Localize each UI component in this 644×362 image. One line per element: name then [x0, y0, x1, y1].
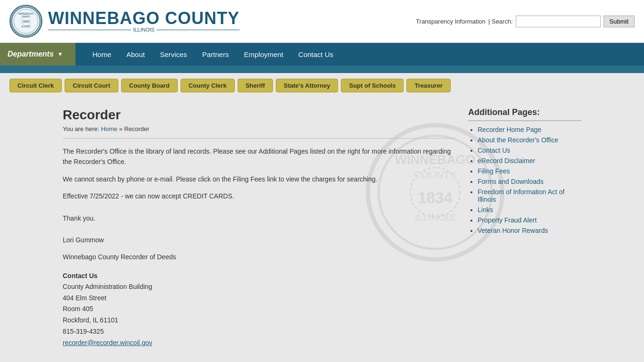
breadcrumb-separator: »: [119, 125, 124, 132]
main-nav: Home About Services Partners Employment …: [75, 43, 350, 66]
list-item: Veteran Honor Rewards: [478, 227, 581, 234]
sidebar-link-erecord[interactable]: eRecord Disclaimer: [478, 157, 535, 165]
logo-area: WINNEBAGO COUNTY 1834 ILLINOIS WINNEBAGO…: [9, 5, 239, 38]
list-item: Links: [478, 206, 581, 214]
nav-contact[interactable]: Contact Us: [291, 43, 341, 66]
sidebar-link-filing-fees[interactable]: Filing Fees: [478, 167, 510, 175]
departments-label: Departments: [8, 50, 54, 58]
list-item: About the Recorder's Office: [478, 136, 581, 144]
svg-text:ILLINOIS: ILLINOIS: [22, 25, 31, 28]
content-area: Recorder You are here: Home » Recorder T…: [63, 107, 454, 349]
dept-tab-sheriff[interactable]: Sheriff: [238, 79, 273, 92]
contact-section: Contact Us County Administration Buildin…: [63, 272, 454, 349]
state-label: ILLINOIS: [48, 27, 239, 33]
dept-tab-treasurer[interactable]: Treasurer: [406, 79, 450, 92]
dept-tab-supt-schools[interactable]: Supt of Schools: [341, 79, 404, 92]
list-item: Recorder Home Page: [478, 126, 581, 133]
content-paragraph-2: We cannot search by phone or e-mail. Ple…: [63, 174, 454, 184]
nav-bar: Departments ▼ Home About Services Partne…: [0, 43, 644, 66]
contact-line-2: 404 Elm Street: [63, 293, 454, 304]
content-divider: [63, 138, 454, 139]
search-separator: | Search:: [488, 18, 513, 25]
nav-services[interactable]: Services: [152, 43, 195, 66]
contact-line-3: Room 405: [63, 304, 454, 315]
list-item: Property Fraud Alert: [478, 216, 581, 224]
site-header: WINNEBAGO COUNTY 1834 ILLINOIS WINNEBAGO…: [0, 0, 644, 43]
nav-about[interactable]: About: [119, 43, 152, 66]
county-name-text: WINNEBAGO COUNTY ILLINOIS: [48, 10, 239, 33]
page-title: Recorder: [63, 107, 454, 123]
search-input[interactable]: [516, 16, 601, 27]
recorder-name: Lori Gummow: [63, 235, 454, 245]
svg-text:1834: 1834: [23, 20, 30, 23]
sidebar-list: Recorder Home Page About the Recorder's …: [468, 126, 581, 234]
sidebar: Additional Pages: Recorder Home Page Abo…: [468, 107, 581, 349]
contact-email[interactable]: recorder@recorder.wincoil.gov: [63, 339, 152, 346]
departments-dropdown[interactable]: Departments ▼: [0, 43, 75, 66]
recorder-title: Winnebago County Recorder of Deeds: [63, 252, 454, 262]
breadcrumb-current: Recorder: [124, 125, 149, 132]
submit-button[interactable]: Submit: [603, 16, 635, 27]
svg-text:WINNEBAGO: WINNEBAGO: [18, 12, 33, 15]
main-container: WINNEBAGO COUNTY 1834 ILLINOIS Recorder …: [53, 98, 591, 358]
chevron-down-icon: ▼: [58, 51, 63, 58]
svg-text:COUNTY: COUNTY: [22, 16, 31, 18]
header-search-area: Transparency Information | Search: Submi…: [416, 16, 635, 27]
contact-label: Contact Us: [63, 272, 454, 280]
nav-employment[interactable]: Employment: [236, 43, 290, 66]
breadcrumb-home[interactable]: Home: [101, 125, 117, 132]
list-item: Forms and Downloads: [478, 178, 581, 185]
contact-info: County Administration Building 404 Elm S…: [63, 281, 454, 349]
list-item: Freedom of Information Act of Illinois: [478, 188, 581, 203]
list-item: Contact Us: [478, 147, 581, 154]
breadcrumb: You are here: Home » Recorder: [63, 125, 454, 132]
content-thank-you: Thank you.: [63, 213, 454, 223]
county-seal: WINNEBAGO COUNTY 1834 ILLINOIS: [9, 5, 42, 38]
list-item: eRecord Disclaimer: [478, 157, 581, 165]
sidebar-link-forms[interactable]: Forms and Downloads: [478, 178, 544, 185]
dept-tab-circuit-court[interactable]: Circuit Court: [65, 79, 118, 92]
contact-phone: 815-319-4325: [63, 326, 454, 337]
list-item: Filing Fees: [478, 167, 581, 175]
dept-tab-county-clerk[interactable]: County Clerk: [181, 79, 235, 92]
transparency-label: Transparency Information: [416, 18, 486, 25]
dept-tab-county-board[interactable]: County Board: [121, 79, 178, 92]
accent-bar: [0, 66, 644, 73]
contact-line-4: Rockford, IL 61101: [63, 315, 454, 326]
contact-line-1: County Administration Building: [63, 281, 454, 293]
content-paragraph-1: The Recorder's Office is the library of …: [63, 146, 454, 167]
breadcrumb-prefix: You are here:: [63, 125, 99, 132]
sidebar-link-foia[interactable]: Freedom of Information Act of Illinois: [478, 188, 564, 203]
content-paragraph-3: Effective 7/25/2022 - we can now accept …: [63, 191, 454, 201]
sidebar-link-property-fraud[interactable]: Property Fraud Alert: [478, 216, 537, 224]
nav-partners[interactable]: Partners: [195, 43, 237, 66]
department-tabs: Circuit Clerk Circuit Court County Board…: [0, 73, 644, 98]
county-title: WINNEBAGO COUNTY: [48, 10, 239, 27]
sidebar-link-recorder-home[interactable]: Recorder Home Page: [478, 126, 541, 133]
dept-tab-circuit-clerk[interactable]: Circuit Clerk: [9, 79, 62, 92]
sidebar-link-about[interactable]: About the Recorder's Office: [478, 136, 558, 144]
nav-home[interactable]: Home: [85, 43, 119, 66]
dept-tab-states-attorney[interactable]: State's Attorney: [276, 79, 339, 92]
sidebar-link-contact[interactable]: Contact Us: [478, 147, 510, 154]
sidebar-link-links[interactable]: Links: [478, 206, 493, 214]
sidebar-title: Additional Pages:: [468, 107, 581, 121]
sidebar-link-veteran-honor[interactable]: Veteran Honor Rewards: [478, 227, 548, 234]
